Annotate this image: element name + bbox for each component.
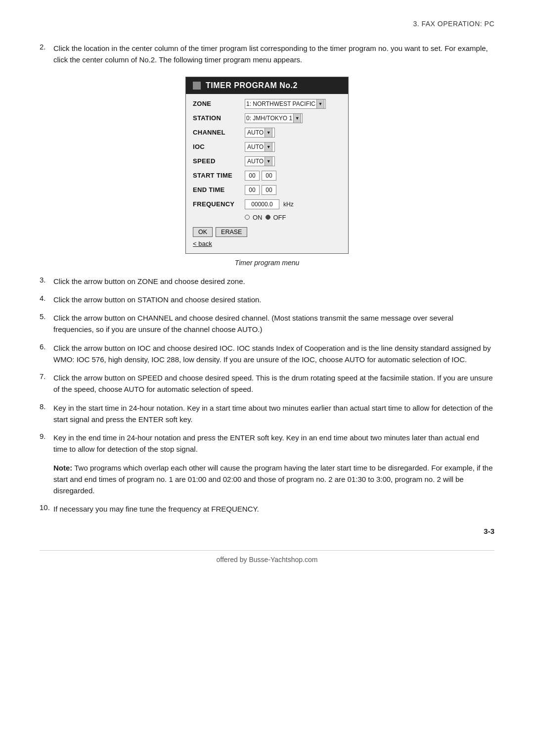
zone-field: 1: NORTHWEST PACIFIC ▼: [245, 99, 326, 109]
start-time-hour[interactable]: 00: [245, 171, 260, 181]
station-label: STATION: [193, 114, 245, 122]
zone-row: ZONE 1: NORTHWEST PACIFIC ▼: [193, 99, 341, 109]
step-9: 9. Key in the end time in 24-hour notati…: [40, 432, 494, 455]
step-2-num: 2.: [40, 43, 53, 51]
ioc-label: IOC: [193, 143, 245, 150]
on-label: ON: [253, 214, 263, 221]
erase-button[interactable]: ERASE: [216, 227, 247, 237]
start-time-minute[interactable]: 00: [262, 171, 276, 181]
step-7: 7. Click the arrow button on SPEED and c…: [40, 372, 494, 395]
ioc-dropdown-arrow[interactable]: ▼: [265, 142, 272, 152]
frequency-label: FREQUENCY: [193, 200, 245, 208]
zone-dropdown-arrow[interactable]: ▼: [316, 99, 324, 109]
step-5: 5. Click the arrow button on CHANNEL and…: [40, 312, 494, 335]
station-field: 0: JMH/TOKYO 1 ▼: [245, 113, 303, 123]
end-time-field: 00 00: [245, 185, 276, 195]
speed-label: SPEED: [193, 157, 245, 165]
end-time-row: END TIME 00 00: [193, 185, 341, 195]
dialog-caption: Timer program menu: [40, 259, 494, 267]
note-block: Note: Two programs which overlap each ot…: [53, 462, 494, 497]
off-label: OFF: [273, 214, 286, 221]
step-4: 4. Click the arrow button on STATION and…: [40, 294, 494, 305]
start-time-field: 00 00: [245, 171, 276, 181]
ioc-field: AUTO ▼: [245, 142, 275, 152]
page-header: 3. FAX OPERATION: PC: [40, 20, 494, 28]
dialog-title-bar: TIMER PROGRAM No.2: [186, 77, 348, 94]
start-time-row: START TIME 00 00: [193, 171, 341, 181]
frequency-input[interactable]: 00000.0: [245, 199, 279, 209]
frequency-row: FREQUENCY 00000.0 kHz: [193, 199, 341, 209]
step-3-num: 3.: [40, 276, 53, 284]
on-radio-button[interactable]: [245, 215, 250, 220]
step-6-text: Click the arrow button on IOC and choose…: [53, 342, 494, 366]
step-10: 10. If necessary you may fine tune the f…: [40, 503, 494, 515]
step-3: 3. Click the arrow button on ZONE and ch…: [40, 276, 494, 287]
station-dropdown-arrow[interactable]: ▼: [293, 113, 301, 123]
step-3-text: Click the arrow button on ZONE and choos…: [53, 276, 245, 287]
frequency-unit: kHz: [283, 201, 294, 208]
speed-row: SPEED AUTO ▼: [193, 156, 341, 166]
step-8: 8. Key in the start time in 24-hour nota…: [40, 402, 494, 425]
speed-field: AUTO ▼: [245, 156, 275, 166]
page-number: 3-3: [40, 527, 494, 535]
channel-dropdown-arrow[interactable]: ▼: [265, 128, 272, 138]
step-6-num: 6.: [40, 342, 53, 351]
footer: offered by Busse-Yachtshop.com: [40, 550, 494, 564]
step-4-text: Click the arrow button on STATION and ch…: [53, 294, 261, 305]
title-square-icon: [193, 82, 201, 90]
step-5-text: Click the arrow button on CHANNEL and ch…: [53, 312, 494, 335]
on-off-radio-row: ON OFF: [245, 214, 341, 221]
step-2: 2. Click the location in the center colu…: [40, 43, 494, 66]
zone-select[interactable]: 1: NORTHWEST PACIFIC ▼: [245, 99, 326, 109]
step-5-num: 5.: [40, 312, 53, 321]
channel-label: CHANNEL: [193, 129, 245, 136]
speed-dropdown-arrow[interactable]: ▼: [265, 156, 272, 166]
dialog-buttons: OK ERASE: [193, 227, 341, 237]
dialog-content: ZONE 1: NORTHWEST PACIFIC ▼ STATION 0: J…: [186, 94, 348, 227]
channel-select[interactable]: AUTO ▼: [245, 128, 275, 138]
speed-select[interactable]: AUTO ▼: [245, 156, 275, 166]
dialog-wrapper: TIMER PROGRAM No.2 ZONE 1: NORTHWEST PAC…: [40, 77, 494, 254]
step-10-text: If necessary you may fine tune the frequ…: [53, 503, 259, 515]
back-link[interactable]: < back: [193, 240, 341, 247]
note-content: Two programs which overlap each other wi…: [53, 464, 492, 495]
station-row: STATION 0: JMH/TOKYO 1 ▼: [193, 113, 341, 123]
channel-row: CHANNEL AUTO ▼: [193, 128, 341, 138]
off-radio-button[interactable]: [266, 215, 270, 220]
ioc-row: IOC AUTO ▼: [193, 142, 341, 152]
step-7-text: Click the arrow button on SPEED and choo…: [53, 372, 494, 395]
start-time-label: START TIME: [193, 172, 245, 179]
timer-program-dialog: TIMER PROGRAM No.2 ZONE 1: NORTHWEST PAC…: [185, 77, 349, 254]
step-8-text: Key in the start time in 24-hour notatio…: [53, 402, 494, 425]
step-4-num: 4.: [40, 294, 53, 302]
step-8-num: 8.: [40, 402, 53, 411]
step-9-num: 9.: [40, 432, 53, 440]
station-select[interactable]: 0: JMH/TOKYO 1 ▼: [245, 113, 303, 123]
channel-field: AUTO ▼: [245, 128, 275, 138]
end-time-minute[interactable]: 00: [262, 185, 276, 195]
end-time-label: END TIME: [193, 186, 245, 193]
frequency-field: 00000.0 kHz: [245, 199, 294, 209]
note-label: Note:: [53, 464, 72, 472]
step-2-text: Click the location in the center column …: [53, 43, 494, 66]
step-6: 6. Click the arrow button on IOC and cho…: [40, 342, 494, 366]
dialog-title: TIMER PROGRAM No.2: [206, 81, 298, 90]
ok-button[interactable]: OK: [193, 227, 213, 237]
step-7-num: 7.: [40, 372, 53, 380]
ioc-select[interactable]: AUTO ▼: [245, 142, 275, 152]
step-9-text: Key in the end time in 24-hour notation …: [53, 432, 494, 455]
zone-label: ZONE: [193, 100, 245, 107]
step-10-num: 10.: [40, 503, 53, 512]
end-time-hour[interactable]: 00: [245, 185, 260, 195]
